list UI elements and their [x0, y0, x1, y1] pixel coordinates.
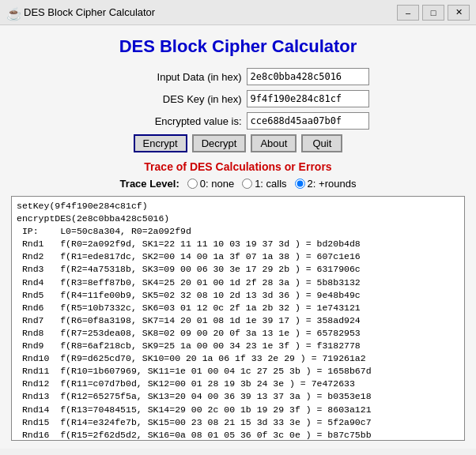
encrypted-value-label: Encrypted value is:: [108, 115, 242, 127]
trace-line: Rnd10 f(R9=d625cd70, SK10=00 20 1a 06 1f…: [17, 352, 459, 365]
trace-line: Rnd15 f(R14=e324fe7b, SK15=00 23 08 21 1…: [17, 416, 459, 429]
trace-line: Rnd16 f(R15=2f62d5d2, SK16=0a 08 01 05 3…: [17, 429, 459, 441]
radio-none-input[interactable]: [187, 179, 198, 189]
trace-line: setKey(9f4f190e284c81cf): [17, 200, 459, 212]
trace-header: Trace of DES Calculations or Errors: [8, 160, 468, 173]
radio-none[interactable]: 0: none: [187, 178, 234, 190]
trace-line: Rnd8 f(R7=253dea08, SK8=02 09 00 20 0f 3…: [17, 327, 459, 340]
trace-line: Rnd1 f(R0=2a092f9d, SK1=22 11 11 10 03 1…: [17, 238, 459, 250]
trace-line: Rnd6 f(R5=10b7332c, SK6=03 01 12 0c 2f 1…: [17, 302, 459, 314]
encrypted-value-display: cce688d45aa07b0f: [247, 112, 369, 130]
trace-line: IP: L0=50c8a304, R0=2a092f9d: [17, 225, 459, 238]
action-buttons: Encrypt Decrypt About Quit: [8, 134, 468, 152]
trace-line: Rnd2 f(R1=ede817dc, SK2=00 14 00 1a 3f 0…: [17, 250, 459, 263]
about-button[interactable]: About: [251, 134, 297, 152]
trace-line: Rnd4 f(R3=8eff87b0, SK4=25 20 01 00 1d 2…: [17, 276, 459, 289]
trace-line: Rnd13 f(R12=65275f5a, SK13=20 04 00 36 3…: [17, 390, 459, 403]
input-data-row: Input Data (in hex): [8, 68, 468, 85]
input-data-label: Input Data (in hex): [108, 71, 242, 83]
radio-rounds-input[interactable]: [295, 179, 305, 189]
title-bar: ☕ DES Block Cipher Calculator – □ ✕: [0, 0, 476, 25]
minimize-button[interactable]: –: [397, 5, 419, 21]
trace-line: Rnd11 f(R10=1b607969, SK11=1e 01 00 04 1…: [17, 365, 459, 378]
window-controls: – □ ✕: [397, 5, 470, 21]
trace-line: Rnd14 f(R13=70484515, SK14=29 00 2c 00 1…: [17, 404, 459, 416]
app-window: DES Block Cipher Calculator Input Data (…: [0, 25, 476, 449]
radio-none-label: 0: none: [200, 178, 234, 190]
radio-calls[interactable]: 1: calls: [242, 178, 286, 190]
decrypt-button[interactable]: Decrypt: [192, 134, 247, 152]
input-data-field[interactable]: [247, 68, 369, 85]
encrypted-value-row: Encrypted value is: cce688d45aa07b0f: [8, 112, 468, 130]
trace-level-label: Trace Level:: [120, 178, 179, 190]
des-key-field[interactable]: [247, 90, 369, 107]
radio-rounds[interactable]: 2: +rounds: [295, 178, 357, 190]
trace-level-row: Trace Level: 0: none 1: calls 2: +rounds: [8, 178, 468, 190]
trace-line: Rnd7 f(R6=0f8a3198, SK7=14 20 01 08 1d 1…: [17, 314, 459, 327]
maximize-button[interactable]: □: [422, 5, 444, 21]
app-icon: ☕: [6, 6, 19, 19]
trace-line: Rnd3 f(R2=4a75318b, SK3=09 00 06 30 3e 1…: [17, 263, 459, 276]
trace-line: Rnd5 f(R4=11fe00b9, SK5=02 32 08 10 2d 1…: [17, 289, 459, 302]
app-heading: DES Block Cipher Calculator: [8, 36, 468, 57]
title-bar-text: DES Block Cipher Calculator: [24, 6, 392, 18]
close-button[interactable]: ✕: [448, 5, 470, 21]
radio-calls-label: 1: calls: [255, 178, 286, 190]
des-key-row: DES Key (in hex): [8, 90, 468, 107]
trace-output[interactable]: setKey(9f4f190e284c81cf)encryptDES(2e8c0…: [11, 196, 465, 441]
radio-rounds-label: 2: +rounds: [308, 178, 357, 190]
trace-line: Rnd12 f(R11=c07d7b0d, SK12=00 01 28 19 3…: [17, 378, 459, 390]
trace-line: encryptDES(2e8c0bba428c5016): [17, 212, 459, 225]
radio-calls-input[interactable]: [242, 179, 252, 189]
encrypt-button[interactable]: Encrypt: [134, 134, 187, 152]
trace-line: Rnd9 f(R8=6af218cb, SK9=25 1a 00 00 34 2…: [17, 340, 459, 352]
quit-button[interactable]: Quit: [301, 134, 342, 152]
des-key-label: DES Key (in hex): [108, 93, 242, 105]
